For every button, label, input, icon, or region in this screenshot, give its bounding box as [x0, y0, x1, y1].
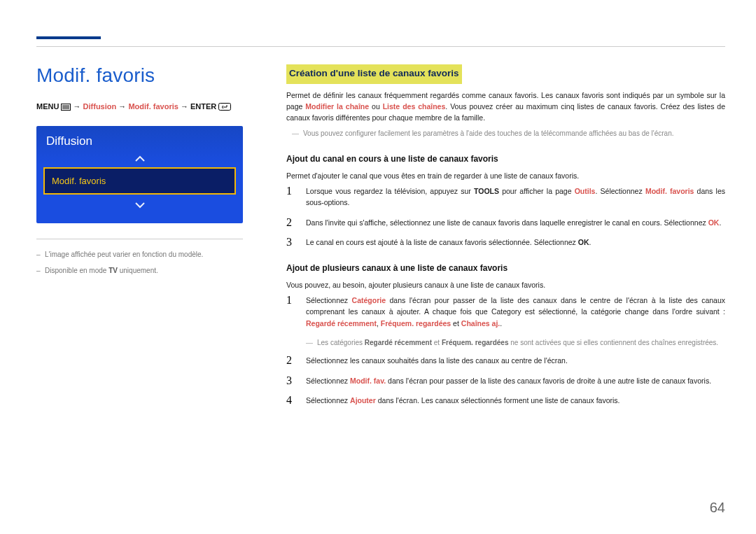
- t: et: [451, 319, 461, 328]
- ok: OK: [708, 218, 720, 227]
- step-body: Dans l'invite qui s'affiche, sélectionne…: [306, 217, 725, 228]
- header-rule: [36, 46, 725, 47]
- step-number: 1: [286, 295, 296, 329]
- step-number: 2: [286, 355, 296, 366]
- breadcrumb-modif: Modif. favoris: [128, 102, 178, 111]
- t: pour afficher la page: [499, 187, 575, 195]
- categorie: Catégorie: [352, 296, 386, 304]
- t: dans l'écran pour passer de la liste des…: [386, 377, 711, 385]
- t: .: [719, 218, 721, 227]
- step-body: Sélectionnez Ajouter dans l'écran. Les c…: [306, 395, 725, 406]
- t: Le canal en cours est ajouté à la liste …: [306, 238, 578, 246]
- header-accent: [36, 36, 101, 39]
- right-column: Création d'une liste de canaux favoris P…: [286, 64, 725, 414]
- breadcrumb-arrow: →: [181, 102, 188, 111]
- t: Sélectionnez: [306, 296, 352, 304]
- note-remote-text: Vous pouvez configurer facilement les pa…: [303, 129, 674, 137]
- footnote-1-text: L'image affichée peut varier en fonction…: [45, 251, 203, 258]
- chevron-down-icon[interactable]: [36, 199, 243, 211]
- footnote-2: Disponible en mode TV uniquement.: [36, 265, 243, 276]
- step-item: 4 Sélectionnez Ajouter dans l'écran. Les…: [286, 395, 725, 406]
- tv-menu-selected-label: Modif. favoris: [52, 176, 106, 186]
- breadcrumb-menu-label: MENU: [36, 102, 59, 111]
- breadcrumb: MENU → Diffusion → Modif. favoris → ENTE…: [36, 102, 243, 112]
- divider: [36, 239, 243, 239]
- steps-list-2: 1 Sélectionnez Catégorie dans l'écran po…: [286, 295, 725, 329]
- regarde-recemment: Regardé récemment: [365, 339, 432, 346]
- section-heading: Création d'une liste de canaux favoris: [286, 64, 462, 84]
- page-title: Modif. favoris: [36, 64, 243, 87]
- sub2-intro: Vous pouvez, au besoin, ajouter plusieur…: [286, 279, 725, 290]
- tv-menu-selected-item[interactable]: Modif. favoris: [43, 167, 236, 195]
- outils: Outils: [575, 187, 596, 195]
- breadcrumb-enter-label: ENTER: [190, 102, 216, 111]
- step-item: 2 Sélectionnez les canaux souhaités dans…: [286, 355, 725, 366]
- step-number: 1: [286, 185, 296, 209]
- step-body: Sélectionnez Modif. fav. dans l'écran po…: [306, 375, 725, 386]
- enter-icon: [218, 103, 231, 112]
- step-item: 1 Lorsque vous regardez la télévision, a…: [286, 185, 725, 209]
- subheading-2: Ajout de plusieurs canaux à une liste de…: [286, 262, 725, 275]
- step-item: 2 Dans l'invite qui s'affiche, sélection…: [286, 217, 725, 228]
- chevron-up-icon[interactable]: [36, 153, 243, 164]
- step-body: Lorsque vous regardez la télévision, app…: [306, 185, 725, 209]
- intro-modifier-chaine: Modifier la chaîne: [305, 102, 369, 111]
- intro-ou: ou: [369, 102, 383, 111]
- ok: OK: [578, 238, 589, 246]
- subheading-1: Ajout du canal en cours à une liste de c…: [286, 153, 725, 166]
- intro-paragraph: Permet de définir les canaux fréquemment…: [286, 90, 725, 124]
- intro-liste-chaines: Liste des chaînes: [383, 102, 446, 111]
- step-number: 3: [286, 375, 296, 386]
- t: Lorsque vous regardez la télévision, app…: [306, 187, 474, 195]
- t: ne sont activées que si elles contiennen…: [509, 339, 719, 346]
- footnote-1: L'image affichée peut varier en fonction…: [36, 249, 243, 260]
- footnote-2-post: uniquement.: [118, 267, 158, 274]
- frequem-regardees: Fréquem. regardées: [442, 339, 509, 346]
- breadcrumb-arrow: →: [74, 102, 81, 111]
- sub1-intro: Permet d'ajouter le canal que vous êtes …: [286, 170, 725, 181]
- chaines-aj: Chaînes aj.: [461, 319, 500, 328]
- step-item: 3 Sélectionnez Modif. fav. dans l'écran …: [286, 375, 725, 386]
- frequem-regardees: Fréquem. regardées: [381, 319, 451, 328]
- breadcrumb-arrow: →: [118, 102, 126, 111]
- steps-list-1: 1 Lorsque vous regardez la télévision, a…: [286, 185, 725, 248]
- page-number: 64: [710, 500, 725, 516]
- t: Dans l'invite qui s'affiche, sélectionne…: [306, 218, 708, 227]
- page: Modif. favoris MENU → Diffusion → Modif.…: [0, 0, 756, 534]
- t: dans l'écran. Les canaux sélectionnés fo…: [376, 396, 620, 405]
- modif-fav: Modif. fav.: [350, 377, 386, 385]
- step-note: Les catégories Regardé récemment et Fréq…: [306, 337, 725, 349]
- regarde-recemment: Regardé récemment: [306, 319, 377, 328]
- ajouter: Ajouter: [350, 396, 376, 405]
- breadcrumb-diffusion: Diffusion: [83, 102, 117, 111]
- step-body: Le canal en cours est ajouté à la liste …: [306, 237, 725, 248]
- step-number: 3: [286, 237, 296, 248]
- step-body: Sélectionnez Catégorie dans l'écran pour…: [306, 295, 725, 329]
- note-remote: Vous pouvez configurer facilement les pa…: [292, 128, 725, 139]
- menu-icon: [61, 104, 71, 112]
- step-body: Sélectionnez les canaux souhaités dans l…: [306, 355, 725, 366]
- t: .: [589, 238, 592, 246]
- step-number: 4: [286, 395, 296, 406]
- modif-favoris: Modif. favoris: [645, 187, 694, 195]
- tv-menu-widget: Diffusion Modif. favoris: [36, 126, 243, 223]
- footnote-2-pre: Disponible en mode: [45, 267, 108, 274]
- step-number: 2: [286, 217, 296, 228]
- left-column: Modif. favoris MENU → Diffusion → Modif.…: [36, 64, 243, 414]
- steps-list-2b: 2 Sélectionnez les canaux souhaités dans…: [286, 355, 725, 406]
- t: Les catégories: [317, 339, 365, 346]
- tools-key: TOOLS: [474, 187, 499, 195]
- t: et: [432, 339, 442, 346]
- t: . Sélectionnez: [595, 187, 645, 195]
- t: Sélectionnez: [306, 377, 350, 385]
- tv-menu-heading: Diffusion: [36, 126, 243, 153]
- footnote-2-tv: TV: [108, 267, 118, 274]
- step-item: 3 Le canal en cours est ajouté à la list…: [286, 237, 725, 248]
- t: Sélectionnez: [306, 396, 350, 405]
- t: .: [500, 319, 502, 328]
- step-item: 1 Sélectionnez Catégorie dans l'écran po…: [286, 295, 725, 329]
